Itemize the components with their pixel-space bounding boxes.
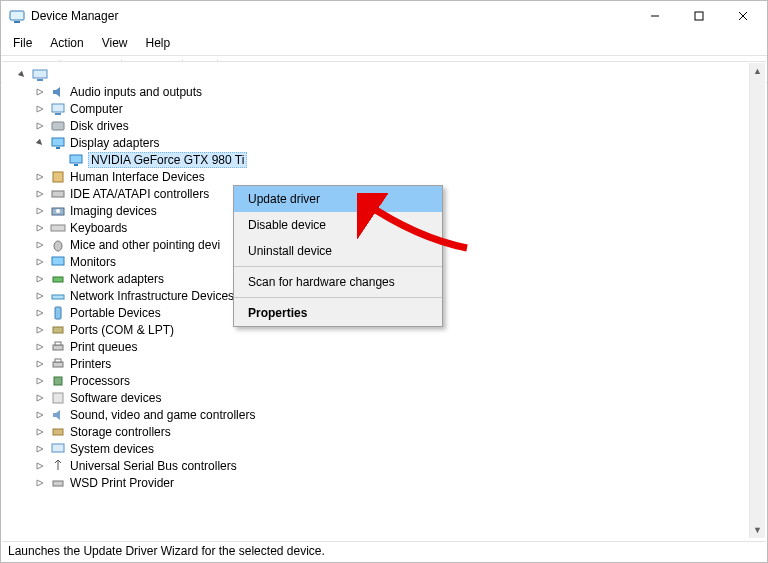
- monitor-icon: [50, 254, 66, 270]
- window-title: Device Manager: [31, 9, 633, 23]
- svg-rect-26: [52, 138, 64, 146]
- expand-icon[interactable]: [34, 222, 46, 234]
- menu-help[interactable]: Help: [138, 33, 179, 53]
- tree-root[interactable]: [16, 66, 766, 83]
- expand-icon[interactable]: [34, 426, 46, 438]
- expand-icon[interactable]: [34, 324, 46, 336]
- tree-item-software[interactable]: Software devices: [34, 389, 766, 406]
- expand-icon[interactable]: [34, 477, 46, 489]
- hid-icon: [50, 169, 66, 185]
- expand-icon[interactable]: [34, 358, 46, 370]
- scroll-down-icon[interactable]: ▼: [750, 522, 765, 538]
- expand-icon[interactable]: [34, 392, 46, 404]
- tree-item-label: System devices: [70, 442, 154, 456]
- expand-icon[interactable]: [34, 375, 46, 387]
- expand-icon[interactable]: [34, 103, 46, 115]
- ctx-disable-device[interactable]: Disable device: [234, 212, 442, 238]
- svg-rect-41: [53, 345, 63, 350]
- audio-icon: [50, 84, 66, 100]
- chip-icon: [50, 373, 66, 389]
- svg-rect-25: [52, 122, 64, 130]
- svg-rect-0: [10, 11, 24, 20]
- tree-item-label: Print queues: [70, 340, 137, 354]
- collapse-icon[interactable]: [34, 137, 46, 149]
- svg-rect-31: [52, 191, 64, 197]
- scroll-up-icon[interactable]: ▲: [750, 63, 765, 79]
- tree-item-disk[interactable]: Disk drives: [34, 117, 766, 134]
- network-icon: [50, 271, 66, 287]
- tree-item-label: IDE ATA/ATAPI controllers: [70, 187, 209, 201]
- expand-icon[interactable]: [34, 239, 46, 251]
- tree-item-storage[interactable]: Storage controllers: [34, 423, 766, 440]
- menu-action[interactable]: Action: [42, 33, 91, 53]
- disk-icon: [50, 118, 66, 134]
- expand-icon[interactable]: [34, 307, 46, 319]
- tree-item-printers[interactable]: Printers: [34, 355, 766, 372]
- expand-icon[interactable]: [34, 290, 46, 302]
- expand-icon[interactable]: [34, 205, 46, 217]
- usb-icon: [50, 458, 66, 474]
- svg-rect-24: [55, 113, 61, 115]
- ctx-uninstall-device[interactable]: Uninstall device: [234, 238, 442, 264]
- tree-item-label: Portable Devices: [70, 306, 161, 320]
- tree-item-label: Sound, video and game controllers: [70, 408, 255, 422]
- expand-icon[interactable]: [34, 171, 46, 183]
- system-icon: [50, 441, 66, 457]
- ctx-update-driver[interactable]: Update driver: [234, 186, 442, 212]
- minimize-button[interactable]: [633, 1, 677, 31]
- maximize-button[interactable]: [677, 1, 721, 31]
- status-bar: Launches the Update Driver Wizard for th…: [2, 541, 766, 561]
- vertical-scrollbar[interactable]: ▲ ▼: [749, 63, 765, 538]
- tree-item-computer[interactable]: Computer: [34, 100, 766, 117]
- svg-rect-27: [56, 147, 60, 149]
- printer-icon: [50, 339, 66, 355]
- tree-item-label: Software devices: [70, 391, 161, 405]
- expand-icon[interactable]: [34, 86, 46, 98]
- ctx-properties[interactable]: Properties: [234, 300, 442, 326]
- tree-item-sound[interactable]: Sound, video and game controllers: [34, 406, 766, 423]
- expand-icon[interactable]: [34, 341, 46, 353]
- port-icon: [50, 322, 66, 338]
- ide-icon: [50, 186, 66, 202]
- tree-item-gpu[interactable]: NVIDIA GeForce GTX 980 Ti: [52, 151, 766, 168]
- svg-rect-45: [54, 377, 62, 385]
- svg-rect-21: [33, 70, 47, 78]
- expand-icon[interactable]: [34, 460, 46, 472]
- tree-item-label: Storage controllers: [70, 425, 171, 439]
- context-menu: Update driver Disable device Uninstall d…: [233, 185, 443, 327]
- tree-item-usb[interactable]: Universal Serial Bus controllers: [34, 457, 766, 474]
- tree-item-label: Audio inputs and outputs: [70, 85, 202, 99]
- menu-view[interactable]: View: [94, 33, 136, 53]
- tree-item-wsd[interactable]: WSD Print Provider: [34, 474, 766, 491]
- tree-item-label: WSD Print Provider: [70, 476, 174, 490]
- tree-item-display-adapters[interactable]: Display adapters: [34, 134, 766, 151]
- menu-file[interactable]: File: [5, 33, 40, 53]
- expand-icon[interactable]: [34, 120, 46, 132]
- expand-icon[interactable]: [34, 273, 46, 285]
- expand-icon[interactable]: [34, 188, 46, 200]
- ctx-scan-hardware[interactable]: Scan for hardware changes: [234, 269, 442, 295]
- tree-item-queues[interactable]: Print queues: [34, 338, 766, 355]
- svg-rect-36: [52, 257, 64, 265]
- expand-icon[interactable]: [34, 256, 46, 268]
- tree-item-label: Computer: [70, 102, 123, 116]
- tree-item-label: Network adapters: [70, 272, 164, 286]
- svg-point-35: [54, 241, 62, 251]
- menubar: File Action View Help: [1, 31, 767, 55]
- tree-item-audio[interactable]: Audio inputs and outputs: [34, 83, 766, 100]
- tree-item-hid[interactable]: Human Interface Devices: [34, 168, 766, 185]
- tree-item-system[interactable]: System devices: [34, 440, 766, 457]
- expand-icon[interactable]: [34, 409, 46, 421]
- context-separator: [234, 297, 442, 298]
- app-icon: [9, 8, 25, 24]
- tree-item-processors[interactable]: Processors: [34, 372, 766, 389]
- collapse-icon[interactable]: [16, 69, 28, 81]
- expand-icon[interactable]: [34, 443, 46, 455]
- close-button[interactable]: [721, 1, 765, 31]
- speaker-icon: [50, 407, 66, 423]
- camera-icon: [50, 203, 66, 219]
- tree-item-label: Network Infrastructure Devices: [70, 289, 234, 303]
- display-icon: [68, 152, 84, 168]
- svg-rect-39: [55, 307, 61, 319]
- svg-rect-44: [55, 359, 61, 362]
